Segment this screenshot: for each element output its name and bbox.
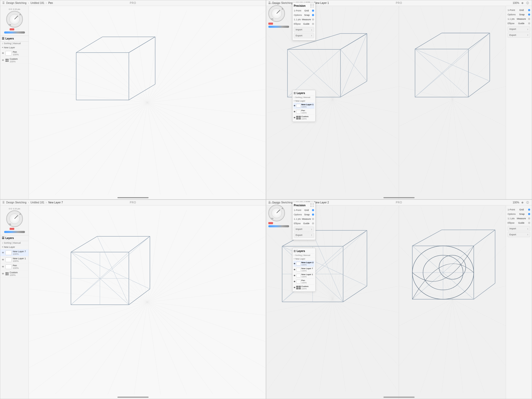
svg-line-131 — [55, 302, 147, 394]
fl-new-layer-br[interactable]: + New Layer — [294, 257, 314, 261]
info-btn-br[interactable]: ⓘ — [526, 201, 530, 205]
canvas-bl[interactable] — [29, 205, 266, 399]
eye-icon-custom-tl[interactable]: 👁 — [1, 59, 4, 62]
scrollbar-tl[interactable] — [117, 197, 149, 198]
bc-layer-tl[interactable]: Pen — [48, 2, 53, 4]
fl-layer4-br[interactable]: 👁 Pen 100% — [294, 279, 314, 285]
fp-header-br: Precision — [294, 203, 314, 207]
fp-toggle1-tr[interactable] — [312, 10, 314, 12]
compass-circle-bl[interactable]: 79 8 — [6, 210, 23, 227]
rp-export-btn-tr[interactable]: Export ↑ — [508, 32, 530, 38]
rp-toggle1-br[interactable] — [528, 209, 530, 211]
compass-circle-br[interactable]: 79 8 — [268, 205, 285, 221]
fl-layer3-tr[interactable]: 👁 Custom 100% — [294, 115, 314, 121]
fl-info5-br: Custom 100% — [301, 285, 309, 290]
new-layer-btn-tl[interactable]: + New Layer — [0, 45, 29, 50]
eye-nl7-bl[interactable]: 👁 — [1, 251, 4, 254]
fl-eye1-tr[interactable]: 👁 — [294, 105, 296, 107]
op-nl7-bl: 100% — [13, 253, 28, 255]
svg-line-84 — [453, 6, 506, 100]
zoom-btn-tr[interactable]: ⊕ — [520, 1, 524, 5]
fl-eye3-tr[interactable]: 👁 — [294, 117, 296, 119]
fl-op3-tr: 100% — [301, 118, 309, 120]
name-nl1-bl: New Layer 1 — [13, 257, 28, 260]
fl-eye4-br[interactable]: 👁 — [294, 281, 296, 283]
bc-layer-bl[interactable]: New Layer 7 — [48, 201, 63, 204]
fl-eye3-br[interactable]: 👁 — [294, 275, 296, 277]
svg-line-47 — [332, 7, 372, 100]
fl-eye5-br[interactable]: 👁 — [294, 287, 296, 289]
scrollbar-tr[interactable] — [383, 197, 415, 198]
rp-toggle2-tr[interactable] — [528, 14, 530, 16]
fl-op5-br: 100% — [301, 288, 309, 290]
fp-toggle4-tr[interactable] — [312, 23, 314, 25]
svg-line-192 — [311, 230, 343, 302]
fl-layer5-br[interactable]: 👁 Custom 100% — [294, 285, 314, 290]
rp-toggle4-tr[interactable] — [528, 22, 530, 24]
bc-doc-tl[interactable]: Untitled 181 — [30, 2, 44, 4]
svg-line-171 — [332, 233, 399, 299]
import-btn-tr[interactable]: Import ↓ — [294, 27, 314, 32]
fp-toggle2-tr[interactable] — [312, 14, 314, 16]
eye-pen-bl[interactable]: 👁 — [1, 265, 4, 268]
rp-toggle3-tr[interactable] — [528, 18, 530, 20]
svg-line-91 — [453, 100, 506, 127]
fl-layer3-br[interactable]: 👁 New Layer 1 100% — [294, 273, 314, 279]
info-btn-tr[interactable]: ⓘ — [526, 1, 530, 5]
layer-item-pen-bl[interactable]: 👁 Pen 100% — [0, 263, 29, 270]
layer-item-nl1-bl[interactable]: 👁 New Layer 1 100% — [0, 256, 29, 263]
svg-line-117 — [29, 236, 147, 302]
import-btn-br[interactable]: Import ↓ — [294, 227, 314, 232]
fl-layer2-br[interactable]: 👁 New Layer 7 100% — [294, 267, 314, 273]
bc-app-bl[interactable]: Design Sketching — [6, 201, 26, 204]
scrollbar-br[interactable] — [383, 397, 415, 398]
layer-item-custom-bl[interactable]: 👁 Custom 100% — [0, 270, 29, 277]
fl-eye1-br[interactable]: 👁 — [294, 263, 296, 265]
rp-toggle1-tr[interactable] — [528, 9, 530, 11]
canvas-tl[interactable] — [29, 6, 266, 199]
rp-export-btn-br[interactable]: Export ↑ — [508, 232, 530, 237]
compass-val2-br: 8 — [282, 207, 283, 210]
compass-circle-tr[interactable]: 79 8 — [268, 5, 285, 22]
svg-line-92 — [453, 100, 506, 167]
bc-sep2-tl: › — [46, 2, 47, 4]
eye-icon-pen-tl[interactable]: 👁 — [1, 52, 4, 55]
layer-item-custom-tl[interactable]: 👁 Custom 100% — [0, 57, 29, 64]
compass-circle-tl[interactable]: 79 8 — [6, 11, 23, 28]
export-btn-br[interactable]: Export ↑ — [294, 232, 314, 238]
bc-app-tl[interactable]: Design Sketching — [6, 2, 26, 4]
fl-eye2-tr[interactable]: 👁 — [294, 111, 296, 113]
rp-toggle2-br[interactable] — [528, 213, 530, 215]
rp-import-btn-tr[interactable]: Import ↓ — [508, 26, 530, 32]
fp-toggle3-tr[interactable] — [312, 18, 314, 21]
svg-line-20 — [147, 103, 266, 116]
fl-layer1-br[interactable]: 👁 New Layer 2 100% — [294, 261, 314, 267]
fp-toggle4-br[interactable] — [312, 222, 314, 224]
fp-grid-icon-tr — [310, 4, 314, 8]
svg-line-197 — [442, 206, 452, 299]
zoom-btn-br[interactable]: ⊕ — [520, 201, 524, 205]
fl-new-layer-tr[interactable]: + New Layer — [294, 99, 314, 103]
fl-layer2-tr[interactable]: 👁 Pen 100% — [294, 109, 314, 115]
layer-item-pen-tl[interactable]: 👁 Pen 100% — [0, 50, 29, 57]
layer-item-nl7-bl[interactable]: 👁 New Layer 7 100% — [0, 249, 29, 256]
rp-toggle4-br[interactable] — [528, 222, 530, 224]
fl-layer1-tr[interactable]: 👁 New Layer 1 100% — [294, 103, 314, 109]
fp-toggle3-br[interactable] — [312, 218, 314, 220]
fp-toggle2-br[interactable] — [312, 214, 314, 216]
rp-import-btn-br[interactable]: Import ↓ — [508, 226, 530, 231]
fl-eye2-br[interactable]: 👁 — [294, 269, 296, 271]
export-btn-tr[interactable]: Export ↑ — [294, 33, 314, 38]
bc-layer-tr[interactable]: New Layer 1 — [314, 2, 329, 4]
svg-line-114 — [147, 210, 213, 302]
scrollbar-bl[interactable] — [117, 397, 149, 398]
rp-toggle3-br[interactable] — [528, 217, 530, 220]
svg-line-90 — [453, 87, 506, 100]
bc-doc-bl[interactable]: Untitled 181 — [30, 201, 44, 204]
eye-custom-bl[interactable]: 👁 — [1, 272, 4, 275]
fp-toggle1-br[interactable] — [312, 209, 314, 211]
fp-row1-br: 1-Point Grid — [294, 208, 314, 212]
eye-nl1-bl[interactable]: 👁 — [1, 258, 4, 261]
bc-layer-br[interactable]: New Layer 2 — [314, 201, 329, 204]
new-layer-btn-bl[interactable]: + New Layer — [0, 245, 29, 249]
